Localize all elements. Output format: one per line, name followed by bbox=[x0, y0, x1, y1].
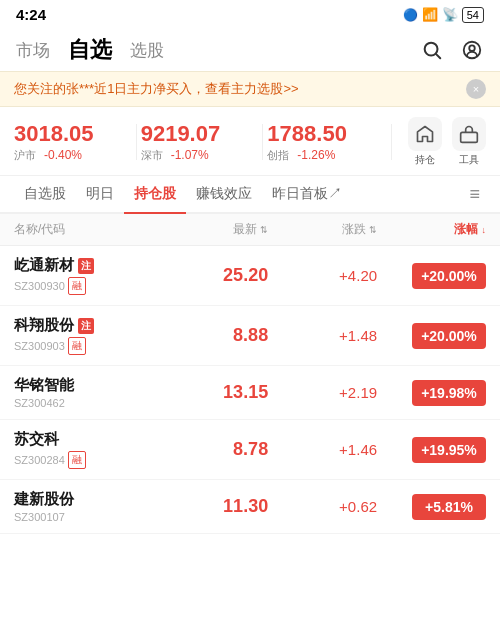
stock-row[interactable]: 屹通新材 注 SZ300930 融 25.20 +4.20 +20.00% bbox=[0, 246, 500, 306]
tab-chicang[interactable]: 持仓股 bbox=[124, 176, 186, 214]
col-pct: 涨幅 ↓ bbox=[377, 221, 486, 238]
stock-change: +4.20 bbox=[268, 267, 377, 284]
stock-latest: 25.20 bbox=[159, 265, 268, 286]
stock-row[interactable]: 建新股份 SZ300107 11.30 +0.62 +5.81% bbox=[0, 480, 500, 534]
table-header: 名称/代码 最新 ⇅ 涨跌 ⇅ 涨幅 ↓ bbox=[0, 214, 500, 246]
shenzhen-value: 9219.07 bbox=[141, 121, 259, 147]
chuangzhi-value: 1788.50 bbox=[267, 121, 385, 147]
wifi-icon: 📡 bbox=[442, 7, 458, 22]
chuangzhi-change: -1.26% bbox=[297, 148, 335, 162]
stock-latest: 13.15 bbox=[159, 382, 268, 403]
index-sep-3 bbox=[391, 124, 392, 160]
col-name: 名称/代码 bbox=[14, 221, 159, 238]
tab-more-icon[interactable]: ≡ bbox=[463, 178, 486, 211]
status-time: 4:24 bbox=[16, 6, 46, 23]
stock-latest: 8.78 bbox=[159, 439, 268, 460]
battery-icon: 54 bbox=[462, 7, 484, 23]
nav-actions bbox=[420, 38, 484, 62]
toolbox-icon bbox=[452, 117, 486, 151]
shanghai-value: 3018.05 bbox=[14, 121, 132, 147]
stock-name-col: 科翔股份 注 SZ300903 融 bbox=[14, 316, 159, 355]
stock-row[interactable]: 苏交科 SZ300284 融 8.78 +1.46 +19.95% bbox=[0, 420, 500, 480]
stock-name-col: 屹通新材 注 SZ300930 融 bbox=[14, 256, 159, 295]
stock-row[interactable]: 科翔股份 注 SZ300903 融 8.88 +1.48 +20.00% bbox=[0, 306, 500, 366]
latest-sort-icon[interactable]: ⇅ bbox=[260, 225, 268, 235]
signal-icon: 📶 bbox=[422, 7, 438, 22]
holdings-button[interactable]: 持仓 bbox=[408, 117, 442, 167]
stock-rong-tag: 融 bbox=[68, 337, 86, 355]
index-row: 3018.05 沪市 -0.40% 9219.07 深市 -1.07% 1788… bbox=[0, 107, 500, 176]
shenzhen-change: -1.07% bbox=[171, 148, 209, 162]
pct-badge: +5.81% bbox=[412, 494, 486, 520]
index-sep-1 bbox=[136, 124, 137, 160]
tools-label: 工具 bbox=[459, 153, 479, 167]
pct-badge: +20.00% bbox=[412, 263, 486, 289]
shenzhen-label: 深市 bbox=[141, 148, 163, 163]
stock-latest: 11.30 bbox=[159, 496, 268, 517]
tools-button[interactable]: 工具 bbox=[452, 117, 486, 167]
stock-code: SZ300930 融 bbox=[14, 277, 159, 295]
index-shenzhen[interactable]: 9219.07 深市 -1.07% bbox=[141, 121, 259, 163]
stock-change: +2.19 bbox=[268, 384, 377, 401]
stock-name: 华铭智能 bbox=[14, 376, 159, 395]
tab-zhuanqian[interactable]: 赚钱效应 bbox=[186, 176, 262, 212]
svg-rect-4 bbox=[461, 132, 478, 142]
index-sep-2 bbox=[262, 124, 263, 160]
status-right: 🔵 📶 📡 54 bbox=[403, 7, 484, 23]
nav-xuangu[interactable]: 选股 bbox=[130, 39, 164, 62]
stock-tag: 注 bbox=[78, 318, 94, 334]
tab-mingri[interactable]: 明日 bbox=[76, 176, 124, 212]
stock-row[interactable]: 华铭智能 SZ300462 13.15 +2.19 +19.98% bbox=[0, 366, 500, 420]
index-chuangzhi[interactable]: 1788.50 创指 -1.26% bbox=[267, 121, 385, 163]
tabs-row: 自选股 明日 持仓股 赚钱效应 昨日首板↗ ≡ bbox=[0, 176, 500, 214]
pct-badge: +19.95% bbox=[412, 437, 486, 463]
shanghai-label: 沪市 bbox=[14, 148, 36, 163]
stock-name: 建新股份 bbox=[14, 490, 159, 509]
stock-code: SZ300903 融 bbox=[14, 337, 159, 355]
banner-text: 您关注的张***近1日主力净买入，查看主力选股>> bbox=[14, 80, 299, 98]
stock-pct: +19.98% bbox=[377, 380, 486, 406]
stock-pct: +19.95% bbox=[377, 437, 486, 463]
shanghai-change: -0.40% bbox=[44, 148, 82, 162]
change-sort-icon[interactable]: ⇅ bbox=[369, 225, 377, 235]
status-bar: 4:24 🔵 📶 📡 54 bbox=[0, 0, 500, 27]
stock-code: SZ300284 融 bbox=[14, 451, 159, 469]
tab-zixuan[interactable]: 自选股 bbox=[14, 176, 76, 212]
search-icon[interactable] bbox=[420, 38, 444, 62]
stock-name-col: 建新股份 SZ300107 bbox=[14, 490, 159, 523]
col-change: 涨跌 ⇅ bbox=[268, 221, 377, 238]
pct-badge: +19.98% bbox=[412, 380, 486, 406]
stock-rong-tag: 融 bbox=[68, 277, 86, 295]
stock-tag: 注 bbox=[78, 258, 94, 274]
nav-header: 市场 自选 选股 bbox=[0, 27, 500, 71]
nav-zixuan[interactable]: 自选 bbox=[68, 35, 112, 65]
stock-name: 苏交科 bbox=[14, 430, 159, 449]
user-settings-icon[interactable] bbox=[460, 38, 484, 62]
stock-latest: 8.88 bbox=[159, 325, 268, 346]
stock-pct: +20.00% bbox=[377, 323, 486, 349]
svg-point-3 bbox=[469, 45, 475, 51]
tab-zuori[interactable]: 昨日首板↗ bbox=[262, 176, 352, 212]
stock-change: +1.48 bbox=[268, 327, 377, 344]
chuangzhi-label: 创指 bbox=[267, 148, 289, 163]
stock-code: SZ300462 bbox=[14, 397, 159, 409]
holdings-label: 持仓 bbox=[415, 153, 435, 167]
stock-name-col: 华铭智能 SZ300462 bbox=[14, 376, 159, 409]
stock-code: SZ300107 bbox=[14, 511, 159, 523]
index-shanghai[interactable]: 3018.05 沪市 -0.40% bbox=[14, 121, 132, 163]
banner-close-button[interactable]: × bbox=[466, 79, 486, 99]
stock-name-col: 苏交科 SZ300284 融 bbox=[14, 430, 159, 469]
col-latest: 最新 ⇅ bbox=[159, 221, 268, 238]
house-icon bbox=[408, 117, 442, 151]
stock-pct: +5.81% bbox=[377, 494, 486, 520]
pct-badge: +20.00% bbox=[412, 323, 486, 349]
stock-rong-tag: 融 bbox=[68, 451, 86, 469]
nav-market[interactable]: 市场 bbox=[16, 39, 50, 62]
stock-pct: +20.00% bbox=[377, 263, 486, 289]
stock-list: 屹通新材 注 SZ300930 融 25.20 +4.20 +20.00% 科翔… bbox=[0, 246, 500, 534]
pct-sort-icon[interactable]: ↓ bbox=[482, 225, 487, 235]
stock-name: 科翔股份 注 bbox=[14, 316, 159, 335]
stock-change: +1.46 bbox=[268, 441, 377, 458]
stock-change: +0.62 bbox=[268, 498, 377, 515]
svg-line-1 bbox=[436, 54, 440, 58]
